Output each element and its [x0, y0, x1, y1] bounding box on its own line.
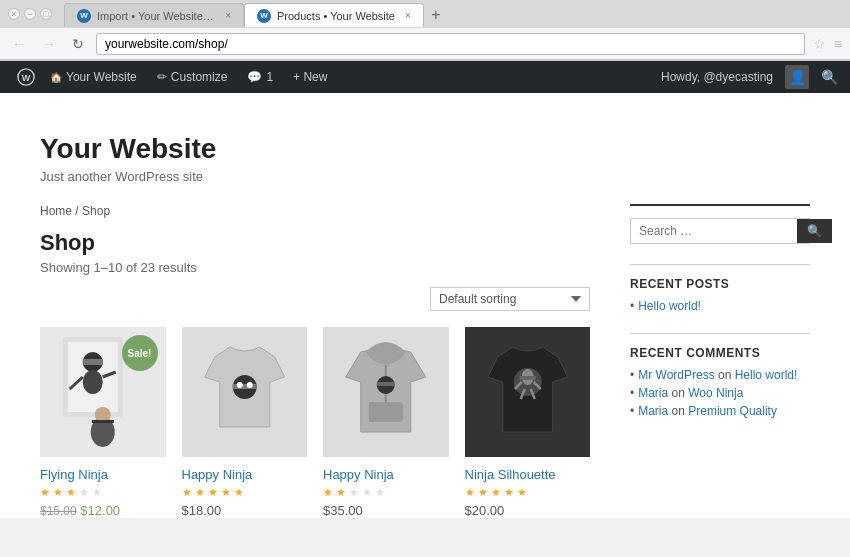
tab-products[interactable]: W Products • Your Website × [244, 3, 424, 27]
admin-your-website[interactable]: 🏠 Your Website [40, 61, 147, 93]
wp-logo[interactable]: W [12, 61, 40, 93]
close-icon: × [11, 9, 16, 19]
maximize-button[interactable]: □ [40, 8, 52, 20]
product-price-happy-ninja-2: $35.00 [323, 503, 449, 518]
comment-author-mrwordpress[interactable]: Mr WordPress [638, 368, 714, 382]
product-stars-ninja-silhouette: ★ ★ ★ ★ ★ [465, 486, 591, 499]
list-item: • Hello world! [630, 299, 810, 313]
product-card-happy-ninja-1: Happy Ninja ★ ★ ★ ★ ★ $18.00 [182, 327, 308, 518]
star-2: ★ [478, 486, 488, 498]
star-5: ★ [92, 486, 102, 498]
product-title-flying-ninja[interactable]: Flying Ninja [40, 467, 166, 482]
tab-import[interactable]: W Import • Your Website –... × [64, 3, 244, 27]
happy-ninja-tshirt-svg [182, 327, 308, 457]
star-3: ★ [208, 486, 218, 498]
sidebar-divider-top [630, 204, 810, 206]
address-bar: ← → ↻ ☆ ≡ [0, 28, 850, 60]
comment-post-premiumquality[interactable]: Premium Quality [688, 404, 777, 418]
star-2: ★ [336, 486, 346, 498]
comment-list: Mr WordPress on Hello world! Maria on Wo… [630, 368, 810, 418]
comment-item-1: Mr WordPress on Hello world! [630, 368, 810, 382]
browser-content: Your Website Just another WordPress site… [0, 93, 850, 518]
admin-comments[interactable]: 💬 1 [237, 61, 283, 93]
star-5: ★ [375, 486, 385, 498]
star-3: ★ [491, 486, 501, 498]
admin-new[interactable]: + New [283, 61, 337, 93]
star-4: ★ [362, 486, 372, 498]
star-1: ★ [40, 486, 50, 498]
forward-button[interactable]: → [38, 34, 60, 54]
star-5: ★ [517, 486, 527, 498]
search-input[interactable] [631, 219, 797, 243]
svg-point-6 [83, 370, 103, 394]
search-icon: 🔍 [807, 224, 822, 238]
comment-on-2: on [672, 386, 689, 400]
svg-point-14 [236, 382, 242, 388]
refresh-button[interactable]: ↻ [68, 34, 88, 54]
svg-text:W: W [22, 73, 31, 83]
product-price-ninja-silhouette: $20.00 [465, 503, 591, 518]
recent-posts-heading: RECENT POSTS [630, 277, 810, 291]
comment-item-3: Maria on Premium Quality [630, 404, 810, 418]
sidebar-divider-posts [630, 264, 810, 265]
comment-post-helloworld[interactable]: Hello world! [735, 368, 798, 382]
comment-text-1: Mr WordPress on Hello world! [638, 368, 810, 382]
close-button[interactable]: × [8, 8, 20, 20]
breadcrumb-home[interactable]: Home [40, 204, 72, 218]
hoodie-svg [323, 327, 449, 457]
svg-rect-16 [369, 402, 403, 422]
back-button[interactable]: ← [8, 34, 30, 54]
minimize-icon: − [27, 9, 32, 19]
search-button[interactable]: 🔍 [797, 219, 832, 243]
comment-author-maria-2[interactable]: Maria [638, 404, 668, 418]
new-label: + New [293, 70, 327, 84]
sidebar-divider-comments [630, 333, 810, 334]
comment-author-maria-1[interactable]: Maria [638, 386, 668, 400]
minimize-button[interactable]: − [24, 8, 36, 20]
recent-comments-widget: RECENT COMMENTS Mr WordPress on Hello wo… [630, 346, 810, 418]
tab-products-close[interactable]: × [405, 10, 411, 21]
comment-item-2: Maria on Woo Ninja [630, 386, 810, 400]
product-card-happy-ninja-2: Happy Ninja ★ ★ ★ ★ ★ $35.00 [323, 327, 449, 518]
svg-point-15 [246, 382, 252, 388]
tab-close-button[interactable]: × [225, 10, 231, 21]
star-3: ★ [66, 486, 76, 498]
sort-select[interactable]: Default sorting Sort by popularity Sort … [430, 287, 590, 311]
tab-import-label: Import • Your Website –... [97, 10, 215, 22]
product-image-ninja-silhouette[interactable] [465, 327, 591, 457]
admin-search-icon[interactable]: 🔍 [813, 69, 838, 85]
product-image-happy-ninja-1[interactable] [182, 327, 308, 457]
svg-rect-22 [519, 376, 535, 380]
search-wrap: 🔍 [630, 218, 810, 244]
comments-count: 1 [266, 70, 273, 84]
admin-customize[interactable]: ✏ Customize [147, 61, 238, 93]
product-title-ninja-silhouette[interactable]: Ninja Silhouette [465, 467, 591, 482]
product-image-flying-ninja[interactable]: Sale! [40, 327, 166, 457]
site-description: Just another WordPress site [40, 169, 810, 184]
sale-badge: Sale! [122, 335, 158, 371]
url-input[interactable] [96, 33, 805, 55]
user-avatar[interactable]: 👤 [785, 65, 809, 89]
recent-posts-list: • Hello world! [630, 299, 810, 313]
new-tab-button[interactable]: + [424, 3, 448, 27]
bookmark-icon[interactable]: ☆ [813, 36, 826, 52]
tab-icon: W [77, 9, 91, 23]
svg-rect-5 [83, 359, 103, 365]
settings-icon[interactable]: ≡ [834, 36, 842, 52]
product-title-happy-ninja-1[interactable]: Happy Ninja [182, 467, 308, 482]
star-4: ★ [504, 486, 514, 498]
price: $35.00 [323, 503, 363, 518]
ninja-silhouette-svg [465, 327, 591, 457]
recent-post-hello-world[interactable]: Hello world! [638, 299, 701, 313]
shop-title: Shop [40, 230, 590, 256]
product-title-happy-ninja-2[interactable]: Happy Ninja [323, 467, 449, 482]
star-5: ★ [234, 486, 244, 498]
product-image-happy-ninja-2[interactable] [323, 327, 449, 457]
wp-admin-bar: W 🏠 Your Website ✏ Customize 💬 1 + New H… [0, 61, 850, 93]
wp-logo-svg: W [17, 68, 35, 86]
main-content: Home / Shop Shop Showing 1–10 of 23 resu… [40, 204, 590, 518]
comment-post-wooninja[interactable]: Woo Ninja [688, 386, 743, 400]
site-header: Your Website Just another WordPress site [0, 93, 850, 204]
star-2: ★ [195, 486, 205, 498]
comment-icon: 💬 [247, 70, 262, 84]
